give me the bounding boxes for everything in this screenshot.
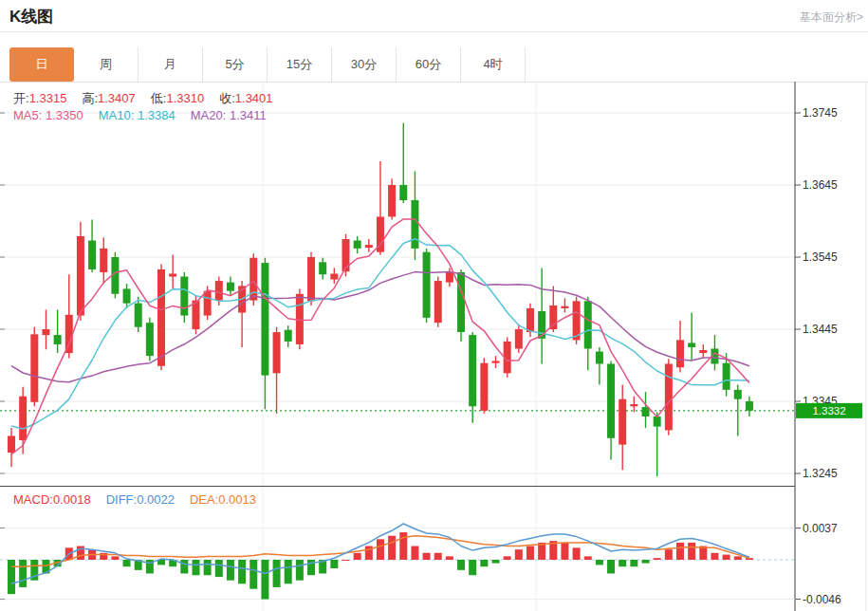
- tab-15min[interactable]: 15分: [268, 47, 332, 82]
- tab-month[interactable]: 月: [139, 47, 203, 82]
- macd-readout: MACD:0.0018 DIFF:0.0022 DEA:0.0013: [13, 492, 271, 507]
- close-readout: 收:1.3401: [219, 90, 272, 107]
- period-tabbar: 日周月5分15分30分60分4时: [9, 47, 526, 82]
- svg-text:0.0037: 0.0037: [803, 522, 838, 535]
- diff-value: DIFF:0.0022: [106, 492, 175, 507]
- current-price-badge: 1.3332: [812, 405, 845, 417]
- tab-60min[interactable]: 60分: [397, 47, 461, 82]
- open-readout: 开:1.3315: [13, 90, 66, 107]
- ohlc-readout: 开:1.3315 高:1.3407 低:1.3310 收:1.3401: [13, 90, 288, 107]
- svg-text:1.3545: 1.3545: [803, 250, 838, 264]
- ma20-readout: MA20: 1.3411: [191, 108, 267, 122]
- high-readout: 高:1.3407: [82, 90, 135, 107]
- low-readout: 低:1.3310: [151, 90, 204, 107]
- ma10-readout: MA10: 1.3384: [99, 108, 175, 122]
- kline-widget: { "header": { "title": "K线图", "link": "基…: [0, 0, 868, 611]
- tab-30min[interactable]: 30分: [332, 47, 397, 82]
- ma5-readout: MA5: 1.3350: [13, 108, 83, 122]
- svg-text:1.3245: 1.3245: [803, 467, 838, 480]
- ma-readout: MA5: 1.3350 MA10: 1.3384 MA20: 1.3411: [13, 108, 282, 122]
- macd-value: MACD:0.0018: [13, 492, 91, 507]
- svg-text:1.3645: 1.3645: [803, 178, 838, 192]
- svg-text:-0.0046: -0.0046: [803, 593, 841, 606]
- svg-text:1.3745: 1.3745: [803, 106, 838, 120]
- tab-5min[interactable]: 5分: [203, 47, 268, 82]
- tab-week[interactable]: 周: [74, 47, 139, 82]
- dea-value: DEA:0.0013: [190, 492, 256, 507]
- tab-day[interactable]: 日: [9, 47, 74, 82]
- svg-text:1.3445: 1.3445: [803, 323, 838, 336]
- tab-4hour[interactable]: 4时: [461, 47, 526, 82]
